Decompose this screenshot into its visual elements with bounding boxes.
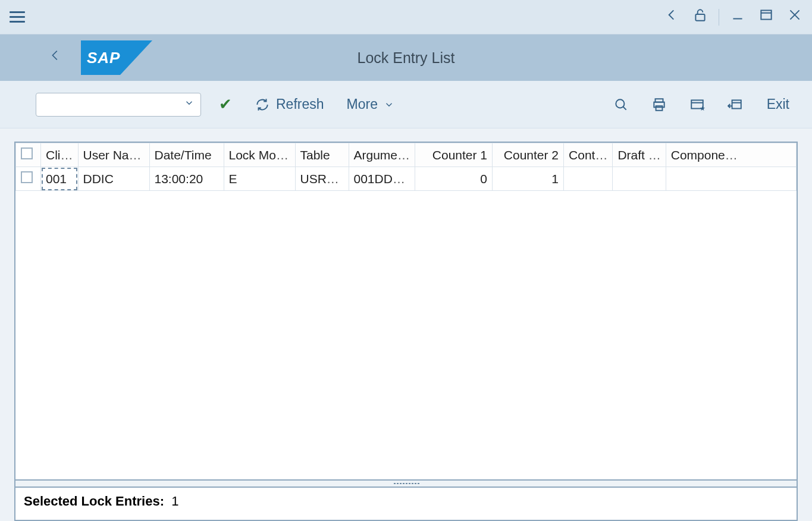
col-counter1[interactable]: Counter 1 — [415, 143, 493, 167]
col-argument[interactable]: Argume — [349, 143, 415, 167]
chevron-down-icon — [184, 98, 195, 111]
nav-back-icon[interactable] — [661, 5, 682, 29]
cell-lockmode[interactable]: E — [224, 167, 295, 191]
col-draft[interactable]: Draft — [613, 143, 666, 167]
refresh-button[interactable]: Refresh — [250, 93, 329, 116]
row-select[interactable] — [16, 167, 41, 191]
more-button[interactable]: More — [342, 93, 399, 116]
back-button[interactable] — [42, 42, 69, 74]
new-window-button[interactable]: ★ — [685, 93, 710, 116]
system-bar — [0, 0, 812, 34]
divider — [719, 9, 719, 26]
grid-panel: Cli User Na Date/Time Lock Mo Table Argu… — [14, 142, 798, 481]
svg-rect-0 — [695, 14, 704, 21]
cell-datetime[interactable]: 13:00:20 — [149, 167, 224, 191]
content: Cli User Na Date/Time Lock Mo Table Argu… — [0, 128, 812, 521]
minimize-icon[interactable] — [728, 5, 748, 29]
print-icon — [651, 97, 667, 112]
more-label: More — [347, 96, 378, 112]
search-button[interactable] — [609, 93, 634, 116]
checkbox-icon — [21, 147, 33, 159]
cell-table[interactable]: USR — [295, 167, 349, 191]
status-value: 1 — [171, 494, 178, 509]
col-datetime[interactable]: Date/Time — [149, 143, 224, 167]
exit-window-button[interactable] — [723, 93, 748, 116]
status-bar: Selected Lock Entries: 1 — [14, 488, 798, 521]
toolbar: ✔ Refresh More ★ Exit — [0, 81, 812, 128]
checkbox-icon — [21, 171, 33, 183]
cell-client[interactable]: 001 — [41, 167, 79, 191]
command-field[interactable] — [36, 93, 201, 117]
cell-user[interactable]: DDIC — [78, 167, 149, 191]
cell-draft[interactable] — [613, 167, 666, 191]
refresh-label: Refresh — [276, 96, 324, 112]
check-icon: ✔ — [219, 95, 232, 114]
app-header: SAP Lock Entry List — [0, 34, 812, 81]
svg-text:★: ★ — [700, 104, 705, 111]
status-label: Selected Lock Entries: — [24, 494, 164, 509]
maximize-icon[interactable] — [756, 5, 776, 29]
unlock-icon[interactable] — [690, 5, 710, 29]
col-table[interactable]: Table — [295, 143, 349, 167]
col-client[interactable]: Cli — [41, 143, 79, 167]
table-header-row: Cli User Na Date/Time Lock Mo Table Argu… — [16, 143, 797, 167]
svg-line-7 — [623, 106, 626, 109]
svg-rect-10 — [656, 106, 662, 111]
splitter-handle[interactable] — [14, 481, 798, 488]
svg-rect-14 — [732, 100, 741, 108]
accept-button[interactable]: ✔ — [214, 92, 237, 117]
svg-point-6 — [616, 99, 624, 108]
print-button[interactable] — [647, 93, 672, 116]
menu-icon[interactable] — [6, 5, 29, 29]
col-component[interactable]: Compone — [666, 143, 796, 167]
table-row[interactable]: 001 DDIC 13:00:20 E USR 001DD 0 1 — [16, 167, 797, 191]
search-icon — [613, 97, 629, 112]
lock-entries-table: Cli User Na Date/Time Lock Mo Table Argu… — [15, 143, 797, 191]
svg-rect-2 — [761, 10, 771, 19]
grip-icon — [393, 482, 419, 485]
chevron-down-icon — [384, 99, 394, 110]
cell-counter1[interactable]: 0 — [415, 167, 493, 191]
cell-context[interactable] — [564, 167, 613, 191]
exit-button[interactable]: Exit — [761, 93, 795, 116]
col-lockmode[interactable]: Lock Mo — [224, 143, 295, 167]
col-context[interactable]: Cont — [564, 143, 613, 167]
col-user[interactable]: User Na — [78, 143, 149, 167]
col-counter2[interactable]: Counter 2 — [493, 143, 564, 167]
cell-counter2[interactable]: 1 — [493, 167, 564, 191]
exit-window-icon — [728, 97, 743, 112]
select-all-header[interactable] — [16, 143, 41, 167]
cell-argument[interactable]: 001DD — [349, 167, 415, 191]
sap-logo-text: SAP — [81, 40, 152, 75]
new-window-icon: ★ — [689, 97, 705, 112]
close-icon[interactable] — [785, 5, 805, 29]
sap-logo: SAP — [81, 40, 152, 75]
refresh-icon — [255, 97, 270, 112]
cell-component[interactable] — [666, 167, 796, 191]
